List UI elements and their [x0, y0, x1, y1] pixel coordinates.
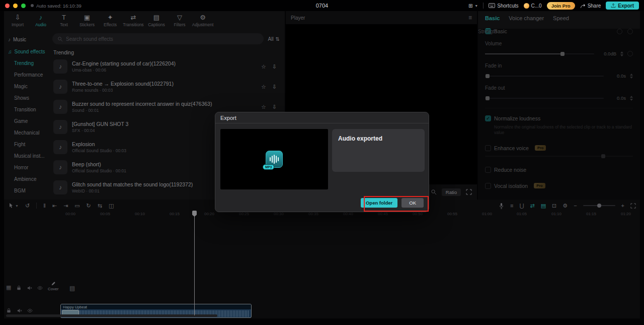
autosave-status: Auto saved: 16:10:39 — [36, 3, 82, 9]
divider — [483, 3, 484, 9]
keyboard-icon — [489, 3, 495, 8]
export-icon — [611, 3, 616, 8]
credits-indicator[interactable]: C...0 — [524, 3, 542, 9]
mp3-file-icon: MP3 — [266, 151, 283, 168]
capcut-app: Auto saved: 16:10:39 0704 ⊞▼ Shortcuts C… — [0, 0, 644, 325]
join-pro-button[interactable]: Join Pro — [547, 2, 575, 10]
credits-label: C...0 — [531, 3, 542, 9]
open-folder-button[interactable]: Open folder — [361, 198, 397, 208]
export-dialog: Export MP3 Audio exported Open folder OK — [215, 112, 429, 212]
export-dialog-title: Export — [215, 112, 429, 123]
share-label: Share — [588, 3, 601, 9]
zoom-button[interactable] — [21, 4, 26, 8]
ok-button[interactable]: OK — [401, 198, 424, 208]
export-preview: MP3 — [220, 129, 328, 189]
shortcuts-button[interactable]: Shortcuts — [489, 3, 518, 9]
grid-layout-icon: ⊞ — [468, 3, 472, 9]
share-button[interactable]: Share — [580, 3, 601, 9]
autosave-status-icon — [31, 4, 34, 7]
layout-switcher[interactable]: ⊞▼ — [468, 3, 478, 9]
chevron-down-icon: ▼ — [474, 4, 478, 8]
export-status-text: Audio exported — [338, 135, 419, 142]
export-button[interactable]: Export — [606, 2, 639, 10]
export-label: Export — [618, 3, 634, 9]
export-dialog-footer: Open folder OK — [361, 198, 424, 208]
share-icon — [580, 3, 586, 9]
coin-icon — [524, 3, 529, 9]
close-button[interactable] — [5, 4, 10, 8]
mp3-badge: MP3 — [263, 164, 274, 170]
window-titlebar: Auto saved: 16:10:39 0704 ⊞▼ Shortcuts C… — [0, 0, 644, 11]
window-controls — [5, 4, 26, 8]
minimize-button[interactable] — [13, 4, 18, 8]
shortcuts-label: Shortcuts — [497, 3, 518, 9]
export-info-panel: Audio exported — [332, 129, 425, 172]
